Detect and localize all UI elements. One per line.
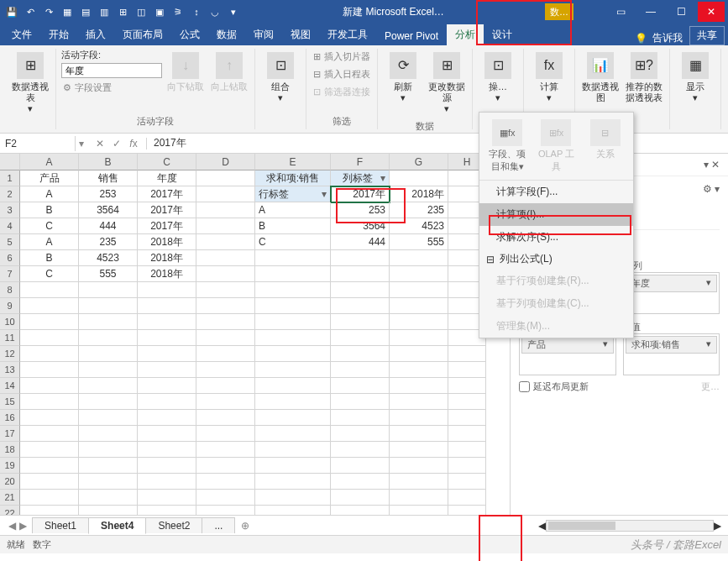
cell[interactable]: 4523 bbox=[390, 218, 448, 234]
cell[interactable] bbox=[331, 458, 390, 474]
cell[interactable]: 4523 bbox=[79, 250, 138, 266]
cell[interactable] bbox=[196, 394, 255, 410]
cell[interactable] bbox=[196, 506, 255, 515]
cell[interactable] bbox=[20, 346, 79, 362]
cell[interactable]: 235 bbox=[79, 234, 138, 250]
cell[interactable]: 253 bbox=[331, 202, 390, 218]
scroll-right-icon[interactable]: ▶ bbox=[714, 520, 721, 532]
row-header[interactable]: 1 bbox=[0, 170, 20, 186]
cell[interactable] bbox=[390, 474, 448, 490]
row-header[interactable]: 15 bbox=[0, 394, 20, 410]
minimize-icon[interactable]: — bbox=[637, 2, 664, 22]
cell[interactable] bbox=[255, 378, 331, 394]
values-dropzone[interactable]: 求和项:销售▾ bbox=[623, 333, 720, 375]
select-all-corner[interactable] bbox=[0, 154, 20, 170]
change-source-button[interactable]: ⊞ 更改数据源▾ bbox=[427, 49, 467, 118]
col-header[interactable]: A bbox=[20, 154, 79, 170]
cell[interactable] bbox=[196, 170, 255, 186]
row-header[interactable]: 14 bbox=[0, 378, 20, 394]
cell[interactable] bbox=[196, 202, 255, 218]
cell[interactable] bbox=[138, 362, 196, 378]
pivot-table-button[interactable]: ⊞ 数据透视表▾ bbox=[10, 49, 50, 118]
cell[interactable] bbox=[138, 394, 196, 410]
cell[interactable] bbox=[196, 330, 255, 346]
cell[interactable] bbox=[79, 506, 138, 515]
cell[interactable] bbox=[255, 490, 331, 506]
col-header[interactable]: F bbox=[331, 154, 390, 170]
cell[interactable] bbox=[448, 490, 486, 506]
group-button[interactable]: ⊡ 组合▾ bbox=[260, 49, 301, 107]
row-header[interactable]: 3 bbox=[0, 202, 20, 218]
row-header[interactable]: 2 bbox=[0, 186, 20, 202]
cell[interactable] bbox=[331, 250, 390, 266]
cell[interactable]: 2017年 bbox=[138, 186, 196, 202]
cell[interactable] bbox=[390, 330, 448, 346]
cell[interactable] bbox=[255, 298, 331, 314]
cell[interactable]: 年度 bbox=[138, 170, 196, 186]
undo-icon[interactable]: ↶ bbox=[22, 3, 39, 20]
cell[interactable]: 销售 bbox=[79, 170, 138, 186]
close-pane-icon[interactable]: ▾ ✕ bbox=[704, 159, 720, 170]
actions-button[interactable]: ⊡ 操…▾ bbox=[478, 49, 518, 107]
field-chip[interactable]: 产品▾ bbox=[521, 336, 614, 354]
cell[interactable]: B bbox=[20, 250, 79, 266]
cell[interactable] bbox=[390, 250, 448, 266]
row-header[interactable]: 6 bbox=[0, 250, 20, 266]
col-header[interactable]: G bbox=[390, 154, 448, 170]
formula-input[interactable]: 2017年 bbox=[147, 134, 728, 152]
cell[interactable] bbox=[255, 362, 331, 378]
cell[interactable] bbox=[331, 378, 390, 394]
cell[interactable] bbox=[20, 282, 79, 298]
sheet-tab[interactable]: Sheet1 bbox=[32, 517, 89, 533]
cell[interactable] bbox=[255, 410, 331, 426]
cell[interactable] bbox=[138, 378, 196, 394]
col-header[interactable]: E bbox=[255, 154, 331, 170]
cell[interactable] bbox=[138, 426, 196, 442]
insert-timeline-button[interactable]: ⊟ 插入日程表 bbox=[312, 66, 372, 82]
cell[interactable]: 2018年 bbox=[138, 250, 196, 266]
redo-icon[interactable]: ↷ bbox=[40, 3, 57, 20]
row-header[interactable]: 16 bbox=[0, 410, 20, 426]
cell[interactable] bbox=[331, 282, 390, 298]
qat-icon[interactable]: ⚞ bbox=[170, 3, 186, 20]
maximize-icon[interactable]: ☐ bbox=[668, 2, 694, 22]
cell[interactable]: B bbox=[255, 218, 331, 234]
col-header[interactable]: B bbox=[79, 154, 138, 170]
cell[interactable]: 2017年 bbox=[138, 202, 196, 218]
cell[interactable] bbox=[255, 282, 331, 298]
cell[interactable] bbox=[79, 394, 138, 410]
row-header[interactable]: 17 bbox=[0, 426, 20, 442]
cell[interactable] bbox=[196, 346, 255, 362]
row-header[interactable]: 20 bbox=[0, 474, 20, 490]
cell[interactable] bbox=[79, 314, 138, 330]
cell[interactable]: 2018年 bbox=[138, 234, 196, 250]
row-header[interactable]: 21 bbox=[0, 490, 20, 506]
filter-conn-button[interactable]: ⊡ 筛选器连接 bbox=[312, 84, 372, 100]
cell[interactable] bbox=[138, 458, 196, 474]
insert-slicer-button[interactable]: ⊞ 插入切片器 bbox=[312, 49, 372, 65]
cell[interactable] bbox=[390, 378, 448, 394]
cell[interactable] bbox=[20, 474, 79, 490]
cell[interactable] bbox=[331, 394, 390, 410]
cell[interactable] bbox=[20, 490, 79, 506]
cell[interactable]: 2017年 bbox=[331, 186, 390, 202]
cell[interactable] bbox=[138, 490, 196, 506]
cell[interactable] bbox=[448, 458, 486, 474]
defer-checkbox[interactable] bbox=[519, 381, 530, 392]
qat-icon[interactable]: ◡ bbox=[207, 3, 223, 20]
cell[interactable] bbox=[138, 410, 196, 426]
cell[interactable] bbox=[138, 346, 196, 362]
cell[interactable] bbox=[79, 410, 138, 426]
row-header[interactable]: 12 bbox=[0, 346, 20, 362]
qat-icon[interactable]: ▤ bbox=[77, 3, 94, 20]
calc-field-item[interactable]: 计算字段(F)... bbox=[479, 181, 633, 203]
cell[interactable] bbox=[331, 314, 390, 330]
cell[interactable] bbox=[331, 346, 390, 362]
qat-icon[interactable]: ⊞ bbox=[114, 3, 131, 20]
cell[interactable] bbox=[255, 330, 331, 346]
cell[interactable] bbox=[20, 314, 79, 330]
tab-view[interactable]: 视图 bbox=[282, 24, 319, 45]
name-box[interactable]: F2 bbox=[0, 136, 76, 151]
qat-icon[interactable]: ▣ bbox=[151, 3, 168, 20]
cell[interactable] bbox=[448, 346, 486, 362]
